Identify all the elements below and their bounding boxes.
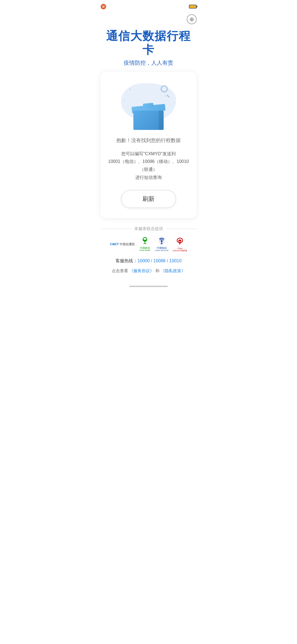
china-telecom-icon — [157, 237, 166, 245]
china-mobile-icon — [141, 237, 149, 245]
links-prefix: 点击查看 — [112, 268, 128, 273]
title-section: 通信大数据行程卡 疫情防控，人人有责 — [95, 26, 202, 72]
hotline-label: 客服热线： — [116, 258, 138, 263]
magnifier-circle — [161, 85, 168, 92]
caict-logo: CAICT 中国信通院 — [110, 242, 135, 246]
china-mobile-logo: 中国移动 China Mobile — [139, 237, 150, 252]
hotline-numbers[interactable]: 10000 / 10086 / 10010 — [138, 258, 182, 263]
refresh-button[interactable]: 刷新 — [121, 190, 176, 208]
battery-icon — [189, 5, 197, 9]
china-telecom-logo: 中国电信 CHINA TELECOM — [155, 237, 168, 252]
mobile-cn-name: 中国移动 — [139, 247, 150, 250]
add-button[interactable]: ⊕ — [187, 14, 197, 24]
error-message: 抱歉！没有找到您的行程数据 — [107, 137, 190, 144]
telecom-cn-name: 中国电信 — [155, 247, 168, 250]
mobile-en-name: China Mobile — [139, 249, 150, 252]
china-unicom-logo: China Unicom中国联通 — [173, 236, 187, 252]
footer: 本服务联合提供 CAICT 中国信通院 中国移动 China Mobile — [95, 226, 202, 282]
caict-abbr-text: CAICT — [110, 242, 119, 246]
and-text: 和 — [155, 268, 160, 273]
home-indicator — [129, 286, 168, 287]
service-text: 本服务联合提供 — [100, 226, 197, 231]
box-container — [133, 102, 164, 130]
svg-point-5 — [161, 240, 163, 242]
weibo-icon: W — [100, 4, 106, 10]
main-card: 抱歉！没有找到您的行程数据 您可以编写"CXMYD"发送到 10001（电信）、… — [100, 72, 197, 218]
hotline-row: 客服热线：10000 / 10086 / 10010 — [100, 258, 197, 264]
unicom-en-name: Unicom中国联通 — [173, 250, 187, 252]
svg-point-8 — [179, 239, 181, 241]
plus-icon: ⊕ — [189, 17, 194, 22]
status-bar-left: W — [100, 4, 106, 10]
status-bar: W — [95, 0, 202, 12]
header: ⊕ — [95, 12, 202, 26]
telecom-en-name: CHINA TELECOM — [155, 250, 168, 252]
illustration — [118, 80, 179, 130]
main-title: 通信大数据行程卡 — [100, 29, 197, 57]
links-row: 点击查看 《服务协议》 和 《隐私政策》 — [100, 268, 197, 274]
unicom-cn-name: China — [173, 247, 187, 250]
privacy-policy-link[interactable]: 《隐私政策》 — [161, 268, 185, 273]
dot-2 — [165, 95, 166, 97]
dot-1 — [129, 89, 131, 90]
sub-title: 疫情防控，人人有责 — [100, 59, 197, 67]
svg-text:W: W — [102, 5, 105, 8]
magnifier-icon — [161, 85, 170, 95]
dot-3 — [124, 100, 125, 101]
china-unicom-icon — [175, 236, 185, 246]
caict-cn-text: 中国信通院 — [120, 242, 135, 246]
service-agreement-link[interactable]: 《服务协议》 — [129, 268, 154, 273]
partners-row: CAICT 中国信通院 中国移动 China Mobile — [100, 236, 197, 252]
box-body — [133, 111, 164, 130]
status-bar-right — [189, 5, 197, 9]
sms-instruction: 您可以编写"CXMYD"发送到 10001（电信）、10086（移动）、1001… — [107, 150, 190, 182]
bottom-bar — [95, 282, 202, 291]
